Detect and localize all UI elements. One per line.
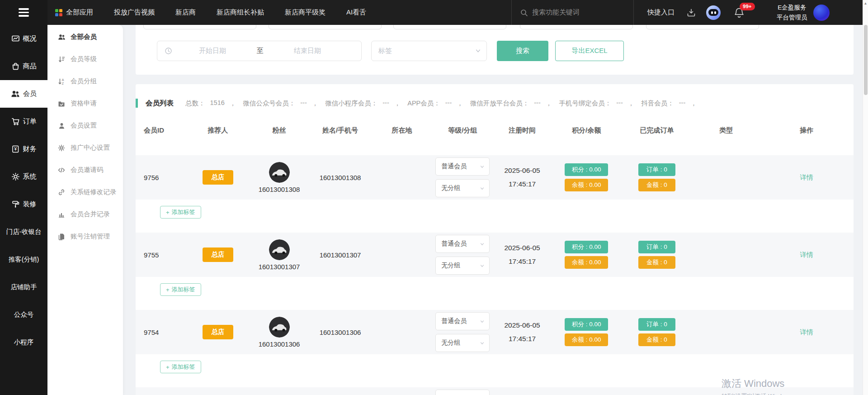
nav-level-award[interactable]: 新店商平级奖 (285, 8, 326, 17)
submenu-promotion-center-settings[interactable]: 推广中心设置 (47, 137, 123, 159)
search-filter-card: 开始日期 至 结束日期 标签 搜索 导出EXCEL (136, 25, 854, 75)
level-select[interactable]: 普通会员 (435, 235, 490, 253)
table-body: 9756 总店 16013001308 16013001308 普通会员 无分组 (136, 155, 854, 395)
sidebar-item-official-account[interactable]: 公众号 (0, 301, 47, 328)
hamburger-menu-icon[interactable] (0, 0, 47, 25)
sidebar-item-members[interactable]: 会员 (0, 80, 47, 108)
group-select[interactable]: 无分组 (435, 257, 490, 275)
user-avatar[interactable] (813, 5, 830, 21)
sidebar-item-system[interactable]: 系统 (0, 163, 47, 190)
submenu-member-invite-code[interactable]: 会员邀请码 (47, 159, 123, 181)
sidebar-item-distribution[interactable]: 推客(分销) (0, 246, 47, 273)
gear-icon (11, 172, 20, 181)
submenu-all-members[interactable]: 全部会员 (47, 26, 123, 48)
balance-badge: 余额 : 0.00 (565, 179, 608, 191)
svg-text:¥: ¥ (14, 147, 17, 152)
filter-input-partial[interactable] (393, 25, 506, 29)
search-placeholder: 搜索功能关键词 (532, 8, 580, 17)
windows-activation-watermark: 激活 Windows 转到“设置”以激活 Windows。 (722, 377, 798, 395)
sidebar-item-orders[interactable]: 订单 (0, 108, 47, 135)
sidebar-item-overview[interactable]: 概况 (0, 25, 47, 52)
sidebar-item-decoration[interactable]: 装修 (0, 190, 47, 218)
search-button[interactable]: 搜索 (497, 41, 548, 61)
amount-badge: 金额 : 0 (638, 333, 675, 346)
scrollbar-up-arrow-icon[interactable]: ▲ (863, 0, 868, 7)
user-icon (57, 122, 66, 129)
level-select[interactable]: 普通会员 (435, 157, 490, 176)
orders-badge: 订单 : 0 (638, 163, 675, 176)
submenu-relation-chain-records[interactable]: 关系链修改记录 (47, 181, 123, 203)
sidebar-item-store-cashier[interactable]: 门店-收银台 (0, 218, 47, 246)
sidebar-item-products[interactable]: 商品 (0, 52, 47, 80)
filter-input-partial[interactable] (646, 25, 759, 29)
add-tag-button[interactable]: + 添加标签 (160, 206, 201, 219)
title-accent-bar (136, 99, 138, 108)
quick-entry-link[interactable]: 快捷入口 (647, 8, 675, 17)
download-icon[interactable] (686, 8, 696, 18)
finance-icon: ¥ (11, 145, 20, 153)
balance-badge: 余额 : 0.00 (565, 256, 608, 269)
member-submenu: 全部会员 会员等级 AZ 会员分组 资格申请 会员设置 推广中心设置 会员邀请码… (47, 25, 123, 395)
submenu-qualification-apply[interactable]: 资格申请 (47, 92, 123, 114)
amount-badge: 金额 : 0 (638, 179, 675, 191)
vertical-scrollbar[interactable]: ▲ (863, 0, 868, 395)
table-row: 9754 总店 16013001306 16013001306 普通会员 无分组 (136, 310, 854, 387)
sidebar-item-finance[interactable]: ¥ 财务 (0, 135, 47, 163)
points-badge: 积分 : 0.00 (565, 318, 608, 331)
sidebar-item-shop-assistant[interactable]: 店铺助手 (0, 273, 47, 301)
amount-badge: 金额 : 0 (638, 256, 675, 269)
sort-az-icon: AZ (57, 78, 66, 85)
member-stats: 总数：1516， 微信公众号会员：---， 微信小程序会员：---， APP会员… (185, 99, 704, 108)
nav-all-apps[interactable]: 全部应用 (55, 8, 93, 17)
member-avatar[interactable] (269, 239, 290, 260)
filter-input-partial[interactable] (143, 25, 256, 29)
fans-cell: 16013001307 (249, 239, 309, 271)
bar-chart-icon (57, 211, 66, 218)
add-tag-button[interactable]: + 添加标签 (160, 361, 201, 373)
sort-bars-icon (57, 56, 66, 63)
plus-icon: + (166, 209, 170, 216)
main-content: 开始日期 至 结束日期 标签 搜索 导出EXCEL 会员列表 总数：1516， … (123, 25, 868, 395)
level-select[interactable] (435, 390, 490, 395)
account-name[interactable]: E企盈服务 平台管理员 (777, 3, 807, 22)
users-group-icon (57, 33, 66, 41)
ai-robot-icon[interactable] (706, 5, 721, 20)
orders-badge: 订单 : 0 (638, 241, 675, 253)
sidebar-item-mini-program[interactable]: 小程序 (0, 328, 47, 356)
detail-link[interactable]: 详情 (800, 173, 813, 182)
topbar-nav: 全部应用 投放广告视频 新店商 新店商组长补贴 新店商平级奖 AI看舌 (47, 8, 366, 17)
link-icon (57, 189, 66, 196)
date-range-picker[interactable]: 开始日期 至 结束日期 (157, 41, 362, 61)
notification-bell-icon[interactable]: 99+ (733, 7, 745, 19)
detail-link[interactable]: 详情 (800, 251, 813, 259)
balance-badge: 余额 : 0.00 (565, 333, 608, 346)
submenu-member-settings[interactable]: 会员设置 (47, 114, 123, 137)
submenu-member-groups[interactable]: AZ 会员分组 (47, 70, 123, 92)
submenu-account-cancellation[interactable]: 账号注销管理 (47, 225, 123, 247)
referrer-badge: 总店 (203, 247, 233, 262)
table-header-row: 会员ID推荐人 粉丝姓名/手机号 所在地等级/分组 注册时间积分/余额 已完成订… (136, 124, 854, 136)
member-list-card: 会员列表 总数：1516， 微信公众号会员：---， 微信小程序会员：---， … (136, 84, 854, 395)
function-search-input[interactable]: 搜索功能关键词 (511, 0, 634, 25)
topbar: 全部应用 投放广告视频 新店商 新店商组长补贴 新店商平级奖 AI看舌 搜索功能… (47, 0, 868, 25)
nav-ai-tongue[interactable]: AI看舌 (346, 8, 366, 17)
add-tag-button[interactable]: + 添加标签 (160, 283, 201, 296)
filter-input-partial[interactable] (269, 25, 382, 29)
tag-select[interactable]: 标签 (371, 41, 487, 61)
group-select[interactable]: 无分组 (435, 334, 490, 352)
nav-leader-subsidy[interactable]: 新店商组长补贴 (217, 8, 264, 17)
submenu-member-levels[interactable]: 会员等级 (47, 48, 123, 70)
level-select[interactable]: 普通会员 (435, 312, 490, 330)
detail-link[interactable]: 详情 (800, 328, 813, 337)
scrollbar-thumb[interactable] (864, 25, 868, 95)
group-select[interactable]: 无分组 (435, 179, 490, 197)
nav-ad-video[interactable]: 投放广告视频 (114, 8, 155, 17)
member-avatar[interactable] (269, 162, 290, 183)
export-excel-button[interactable]: 导出EXCEL (555, 41, 624, 61)
filter-input-partial[interactable] (520, 25, 633, 29)
submenu-member-merge-records[interactable]: 会员合并记录 (47, 203, 123, 225)
member-avatar[interactable] (269, 317, 290, 338)
referrer-badge: 总店 (203, 170, 233, 185)
nav-new-store[interactable]: 新店商 (175, 8, 196, 17)
gear-icon (57, 144, 66, 152)
